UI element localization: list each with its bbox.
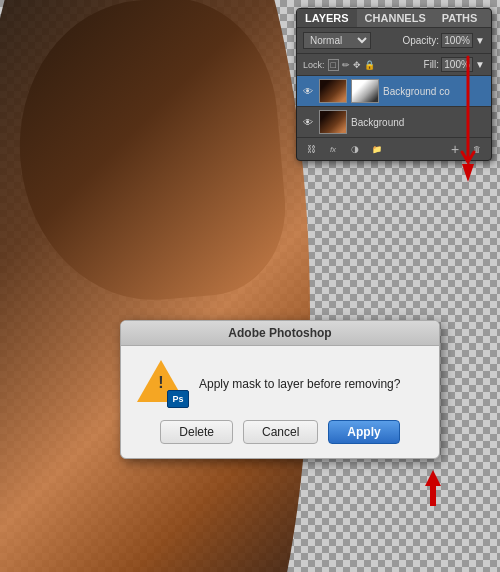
- tab-channels[interactable]: CHANNELS: [357, 9, 434, 27]
- new-group-button[interactable]: [369, 142, 385, 156]
- layer-name-background: Background: [351, 117, 404, 128]
- fill-control: Fill: ▼: [424, 57, 485, 72]
- thumb-2-content: [320, 111, 346, 133]
- warning-exclaim: !: [158, 374, 163, 392]
- layer-2-thumbnail: [319, 110, 347, 134]
- red-arrow-apply: [421, 470, 445, 510]
- layer-name-background-copy: Background co: [383, 86, 450, 97]
- panel-tabs: LAYERS CHANNELS PATHS: [297, 9, 491, 28]
- blend-mode-select[interactable]: Normal: [303, 32, 371, 49]
- thumb-content: [320, 80, 346, 102]
- fill-input[interactable]: [441, 57, 473, 72]
- new-layer-button[interactable]: [447, 142, 463, 156]
- add-adjustment-button[interactable]: [347, 142, 363, 156]
- apply-button[interactable]: Apply: [328, 420, 399, 444]
- layers-panel: LAYERS CHANNELS PATHS Normal Opacity: ▼ …: [296, 8, 492, 161]
- layer-item-background-copy[interactable]: 👁 Background co: [297, 76, 491, 107]
- apply-mask-dialog: Adobe Photoshop ! Ps Apply mask to layer…: [120, 320, 440, 459]
- link-layers-button[interactable]: [303, 142, 319, 156]
- cancel-button[interactable]: Cancel: [243, 420, 318, 444]
- lock-all-icon[interactable]: 🔒: [364, 60, 375, 70]
- add-layer-style-button[interactable]: [325, 142, 341, 156]
- mask-content: [352, 80, 378, 102]
- layer-item-background[interactable]: 👁 Background: [297, 107, 491, 138]
- lock-paint-icon[interactable]: ✏: [342, 60, 350, 70]
- blend-opacity-row: Normal Opacity: ▼: [297, 28, 491, 54]
- layer-mask-thumbnail: [351, 79, 379, 103]
- opacity-label: Opacity:: [402, 35, 439, 46]
- tab-layers[interactable]: LAYERS: [297, 9, 357, 27]
- opacity-arrow[interactable]: ▼: [475, 35, 485, 46]
- woman-image: [0, 0, 310, 572]
- dialog-body: ! Ps Apply mask to layer before removing…: [121, 346, 439, 420]
- dialog-titlebar: Adobe Photoshop: [121, 321, 439, 346]
- fill-label: Fill:: [424, 59, 440, 70]
- layer-visibility-eye[interactable]: 👁: [301, 84, 315, 98]
- lock-fill-row: Lock: □ ✏ ✥ 🔒 Fill: ▼: [297, 54, 491, 76]
- lock-label: Lock:: [303, 60, 325, 70]
- opacity-input[interactable]: [441, 33, 473, 48]
- svg-marker-1: [425, 470, 441, 486]
- dialog-icon: ! Ps: [137, 360, 185, 408]
- fill-arrow[interactable]: ▼: [475, 59, 485, 70]
- lock-transparent-icon[interactable]: □: [328, 59, 339, 71]
- dialog-message: Apply mask to layer before removing?: [199, 376, 400, 393]
- delete-layer-button[interactable]: [469, 142, 485, 156]
- dialog-title: Adobe Photoshop: [228, 326, 331, 340]
- layer-bottom-bar: [297, 138, 491, 160]
- layer-thumbnail-woman: [319, 79, 347, 103]
- tab-paths[interactable]: PATHS: [434, 9, 486, 27]
- delete-button[interactable]: Delete: [160, 420, 233, 444]
- layer-2-visibility-eye[interactable]: 👁: [301, 115, 315, 129]
- opacity-control: Opacity: ▼: [402, 33, 485, 48]
- lock-move-icon[interactable]: ✥: [353, 60, 361, 70]
- ps-badge: Ps: [167, 390, 189, 408]
- dialog-buttons: Delete Cancel Apply: [121, 420, 439, 458]
- svg-rect-2: [430, 484, 436, 506]
